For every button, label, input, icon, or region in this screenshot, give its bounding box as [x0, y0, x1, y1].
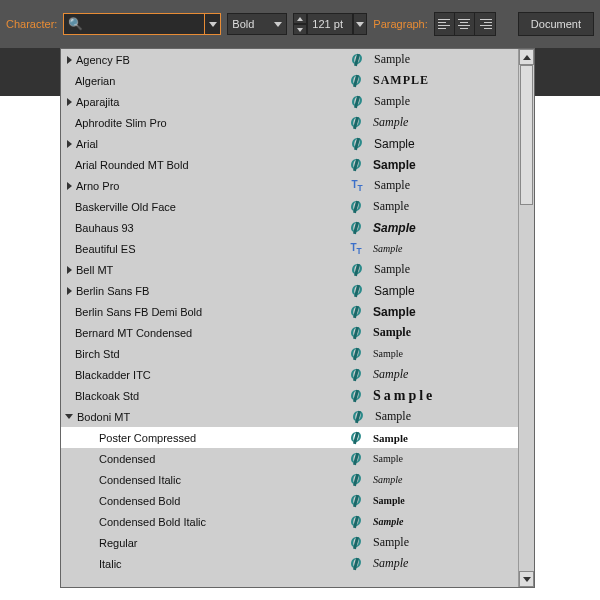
size-stepper	[293, 13, 307, 35]
font-variant-row[interactable]: Regular O Sample	[61, 532, 518, 553]
font-row[interactable]: Bodoni MT O Sample	[61, 406, 518, 427]
font-row[interactable]: Berlin Sans FB Demi Bold O Sample	[61, 301, 518, 322]
font-row[interactable]: Arial Rounded MT Bold O Sample	[61, 154, 518, 175]
expand-icon	[67, 56, 72, 64]
font-variant-row[interactable]: Poster Compressed O Sample	[61, 427, 518, 448]
font-variant-name: Condensed Bold	[99, 495, 345, 507]
opentype-icon: O	[345, 429, 367, 446]
opentype-icon: O	[346, 261, 368, 278]
font-variant-row[interactable]: Condensed Bold O Sample	[61, 490, 518, 511]
font-name: Agency FB	[76, 54, 346, 66]
font-name: Arial Rounded MT Bold	[75, 159, 345, 171]
font-row[interactable]: Blackadder ITC O Sample	[61, 364, 518, 385]
font-style-select[interactable]: Bold	[227, 13, 287, 35]
font-variant-row[interactable]: Condensed Bold Italic O Sample	[61, 511, 518, 532]
font-row[interactable]: Agency FB O Sample	[61, 49, 518, 70]
font-variant-name: Condensed Bold Italic	[99, 516, 345, 528]
align-left-button[interactable]	[435, 13, 455, 35]
scroll-down-button[interactable]	[519, 571, 534, 587]
opentype-icon: O	[345, 513, 367, 530]
font-sample: Sample	[373, 325, 411, 340]
font-sample: Sample	[373, 348, 403, 359]
scroll-up-button[interactable]	[519, 49, 534, 65]
font-variant-row[interactable]: Condensed Italic O Sample	[61, 469, 518, 490]
font-name: Arno Pro	[76, 180, 346, 192]
font-row[interactable]: Bell MT O Sample	[61, 259, 518, 280]
opentype-icon: O	[345, 534, 367, 551]
opentype-icon: O	[345, 366, 367, 383]
character-label: Character:	[6, 18, 57, 30]
font-sample: Sample	[373, 432, 408, 444]
size-step-down[interactable]	[293, 24, 307, 35]
font-size-value[interactable]: 121 pt	[307, 13, 353, 35]
font-sample: Sample	[375, 409, 411, 424]
font-row[interactable]: Arno Pro TT Sample	[61, 175, 518, 196]
font-sample: Sample	[374, 178, 410, 193]
font-sample: Sample	[373, 453, 403, 464]
scroll-track[interactable]	[519, 65, 534, 571]
opentype-icon: O	[345, 219, 367, 236]
opentype-icon: O	[346, 51, 368, 68]
font-row[interactable]: Arial O Sample	[61, 133, 518, 154]
font-variant-row[interactable]: Condensed O Sample	[61, 448, 518, 469]
paragraph-label: Paragraph:	[373, 18, 427, 30]
font-variant-name: Italic	[99, 558, 345, 570]
font-dropdown-list: Agency FB O Sample Algerian O SAMPLE Apa…	[60, 48, 535, 588]
font-dropdown-button[interactable]	[205, 13, 221, 35]
opentype-icon: O	[346, 93, 368, 110]
font-sample: Sample	[373, 158, 416, 172]
document-button[interactable]: Document	[518, 12, 594, 36]
font-style-value: Bold	[232, 18, 254, 30]
font-row[interactable]: Baskerville Old Face O Sample	[61, 196, 518, 217]
font-size-field: 121 pt	[293, 13, 367, 35]
truetype-icon: TT	[346, 179, 368, 193]
collapse-icon	[65, 414, 73, 419]
font-size-dropdown[interactable]	[353, 13, 367, 35]
toolbar: Character: 🔍 Bold 121 pt Paragraph: Docu…	[0, 0, 600, 48]
font-row[interactable]: Bauhaus 93 O Sample	[61, 217, 518, 238]
opentype-icon: O	[346, 135, 368, 152]
font-field: 🔍	[63, 13, 221, 35]
opentype-icon: O	[345, 156, 367, 173]
chevron-down-icon	[356, 22, 364, 27]
expand-icon	[67, 140, 72, 148]
font-variant-row[interactable]: Italic O Sample	[61, 553, 518, 574]
expand-icon	[67, 98, 72, 106]
font-variant-name: Condensed	[99, 453, 345, 465]
font-sample: SAMPLE	[373, 73, 429, 88]
font-name: Birch Std	[75, 348, 345, 360]
font-sample: Sample	[373, 305, 416, 319]
expand-icon	[67, 266, 72, 274]
font-row[interactable]: Algerian O SAMPLE	[61, 70, 518, 91]
font-variant-name: Regular	[99, 537, 345, 549]
align-group	[434, 12, 496, 36]
align-center-button[interactable]	[455, 13, 475, 35]
font-search-input[interactable]: 🔍	[63, 13, 205, 35]
chevron-down-icon	[274, 22, 282, 27]
font-row[interactable]: Bernard MT Condensed O Sample	[61, 322, 518, 343]
font-row[interactable]: Aparajita O Sample	[61, 91, 518, 112]
font-sample: Sample	[373, 367, 408, 382]
font-list[interactable]: Agency FB O Sample Algerian O SAMPLE Apa…	[61, 49, 518, 587]
opentype-icon: O	[346, 282, 368, 299]
font-name: Bodoni MT	[77, 411, 347, 423]
font-sample: Sample	[373, 115, 408, 130]
truetype-icon: TT	[345, 242, 367, 256]
opentype-icon: O	[345, 450, 367, 467]
chevron-up-icon	[297, 17, 303, 21]
opentype-icon: O	[345, 303, 367, 320]
opentype-icon: O	[345, 72, 367, 89]
size-step-up[interactable]	[293, 13, 307, 24]
font-row[interactable]: Aphrodite Slim Pro O Sample	[61, 112, 518, 133]
font-name: Blackoak Std	[75, 390, 345, 402]
font-row[interactable]: Beautiful ES TT Sample	[61, 238, 518, 259]
font-row[interactable]: Berlin Sans FB O Sample	[61, 280, 518, 301]
font-name: Baskerville Old Face	[75, 201, 345, 213]
scroll-thumb[interactable]	[520, 65, 533, 205]
font-row[interactable]: Birch Std O Sample	[61, 343, 518, 364]
chevron-up-icon	[523, 55, 531, 60]
font-row[interactable]: Blackoak Std O Sample	[61, 385, 518, 406]
font-sample: Sample	[374, 262, 410, 277]
opentype-icon: O	[345, 492, 367, 509]
align-right-button[interactable]	[475, 13, 495, 35]
